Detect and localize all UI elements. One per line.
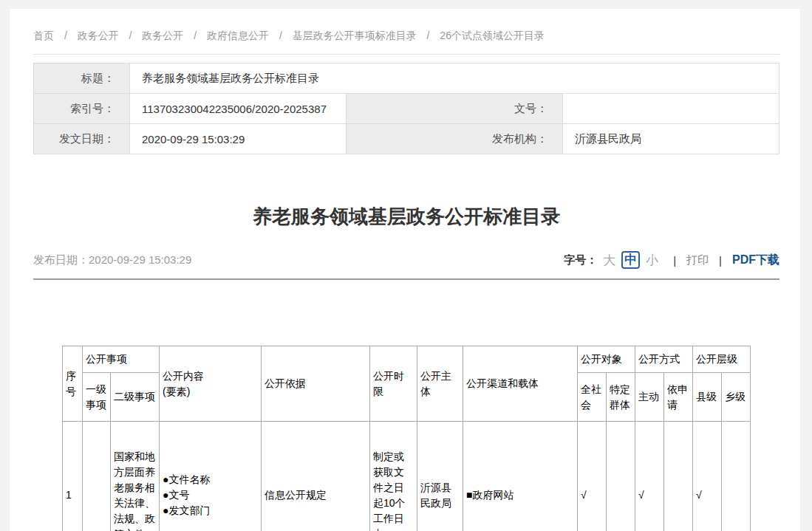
meta-date-value: 2020-09-29 15:03:29 — [130, 124, 347, 154]
header-audience-specific: 特定群体 — [607, 373, 635, 422]
meta-index-value: 113703230042235006/2020-2025387 — [130, 94, 347, 124]
print-button[interactable]: 打印 — [686, 253, 709, 267]
page-title: 养老服务领域基层政务公开标准目录 — [33, 202, 779, 231]
cell-basis: 信息公开规定 — [262, 422, 370, 531]
document-meta-table: 标题： 养老服务领域基层政务公开标准目录 索引号： 11370323004223… — [33, 63, 779, 154]
breadcrumb-separator: / — [64, 30, 67, 41]
header-level-county: 县级 — [693, 373, 722, 422]
publish-date-value: 2020-09-29 15:03:29 — [89, 253, 191, 266]
cell-channel: ■政府网站 — [463, 422, 578, 531]
table-header-row-1: 序号 公开事项 公开内容 (要素) 公开依据 公开时限 公开主体 公开渠道和载体… — [63, 346, 751, 373]
section-divider — [33, 278, 779, 280]
font-size-medium-button[interactable]: 中 — [621, 251, 640, 269]
header-level-township: 乡级 — [722, 373, 751, 422]
breadcrumb-separator: / — [194, 30, 197, 41]
breadcrumb: 首页 / 政务公开 / 政务公开 / 政府信息公开 / 基层政务公开事项标准目录… — [33, 21, 779, 55]
font-size-large-button[interactable]: 大 — [603, 252, 615, 269]
meta-docnum-label: 文号： — [347, 94, 563, 124]
header-method-group: 公开方式 — [635, 346, 693, 373]
meta-docnum-value — [563, 94, 779, 124]
cell-level-county: √ — [693, 422, 722, 531]
breadcrumb-separator: / — [279, 30, 282, 41]
meta-title-label: 标题： — [34, 64, 130, 94]
header-seq: 序号 — [63, 346, 83, 422]
header-level2: 二级事项 — [111, 373, 160, 422]
publish-date: 发布日期：2020-09-29 15:03:29 — [33, 253, 191, 267]
font-size-small-button[interactable]: 小 — [646, 252, 658, 269]
header-method-request: 依申请 — [664, 373, 693, 422]
meta-row-date: 发文日期： 2020-09-29 15:03:29 发布机构： 沂源县民政局 — [34, 124, 779, 154]
breadcrumb-separator: / — [427, 30, 430, 41]
meta-date-label: 发文日期： — [34, 124, 130, 154]
cell-level2: 国家和地方层面养老服务相关法律、法规、政策文件 — [111, 422, 160, 531]
separator-pipe: | — [673, 254, 676, 267]
cell-method-active: √ — [635, 422, 664, 531]
table-row: 1 国家和地方层面养老服务相关法律、法规、政策文件 ●文件名称 ●文号 ●发文部… — [63, 422, 751, 531]
meta-agency-label: 发布机构： — [347, 124, 563, 154]
font-size-label: 字号： — [564, 253, 597, 267]
header-audience-group: 公开对象 — [578, 346, 635, 373]
breadcrumb-item-zhengwu-gongkai-1[interactable]: 政务公开 — [78, 30, 119, 41]
header-level1: 一级事项 — [83, 373, 111, 422]
meta-index-label: 索引号： — [34, 94, 130, 124]
breadcrumb-item-home[interactable]: 首页 — [33, 30, 54, 41]
meta-row-title: 标题： 养老服务领域基层政务公开标准目录 — [34, 64, 779, 94]
cell-audience-specific — [607, 422, 635, 531]
cell-audience-all: √ — [578, 422, 607, 531]
cell-level-township — [722, 422, 751, 531]
header-content: 公开内容 (要素) — [160, 346, 262, 422]
breadcrumb-item-zhengwu-gongkai-2[interactable]: 政务公开 — [142, 30, 183, 41]
cell-subject: 沂源县民政局 — [417, 422, 463, 531]
cell-level1 — [83, 422, 111, 531]
cell-content: ●文件名称 ●文号 ●发文部门 — [160, 422, 262, 531]
breadcrumb-separator: / — [129, 30, 132, 41]
pdf-download-button[interactable]: PDF下载 — [732, 253, 779, 268]
header-level-group: 公开层级 — [693, 346, 751, 373]
header-audience-all: 全社会 — [578, 373, 607, 422]
header-method-active: 主动 — [635, 373, 664, 422]
header-time-limit: 公开时限 — [370, 346, 417, 422]
header-basis: 公开依据 — [262, 346, 370, 422]
meta-agency-value: 沂源县民政局 — [563, 124, 779, 154]
cell-time-limit: 制定或获取文件之日起10个工作日内 — [370, 422, 417, 531]
content-panel: 首页 / 政务公开 / 政务公开 / 政府信息公开 / 基层政务公开事项标准目录… — [10, 9, 800, 531]
meta-title-value: 养老服务领域基层政务公开标准目录 — [130, 64, 779, 94]
header-channel: 公开渠道和载体 — [463, 346, 578, 422]
breadcrumb-item-standard-directory[interactable]: 基层政务公开事项标准目录 — [293, 30, 417, 41]
header-subject: 公开主体 — [417, 346, 463, 422]
font-print-controls: 字号： 大 中 小 | 打印 | PDF下载 — [564, 251, 779, 269]
separator-pipe: | — [719, 254, 722, 267]
publish-date-label: 发布日期： — [33, 253, 89, 266]
disclosure-standard-table: 序号 公开事项 公开内容 (要素) 公开依据 公开时限 公开主体 公开渠道和载体… — [62, 346, 751, 531]
header-items-group: 公开事项 — [83, 346, 160, 373]
cell-seq: 1 — [63, 422, 83, 531]
meta-row-index: 索引号： 113703230042235006/2020-2025387 文号： — [34, 94, 779, 124]
article-toolbar: 发布日期：2020-09-29 15:03:29 字号： 大 中 小 | 打印 … — [33, 250, 779, 270]
cell-method-request — [664, 422, 693, 531]
breadcrumb-item-current: 26个试点领域公开目录 — [440, 30, 545, 41]
breadcrumb-item-government-info[interactable]: 政府信息公开 — [207, 30, 269, 41]
